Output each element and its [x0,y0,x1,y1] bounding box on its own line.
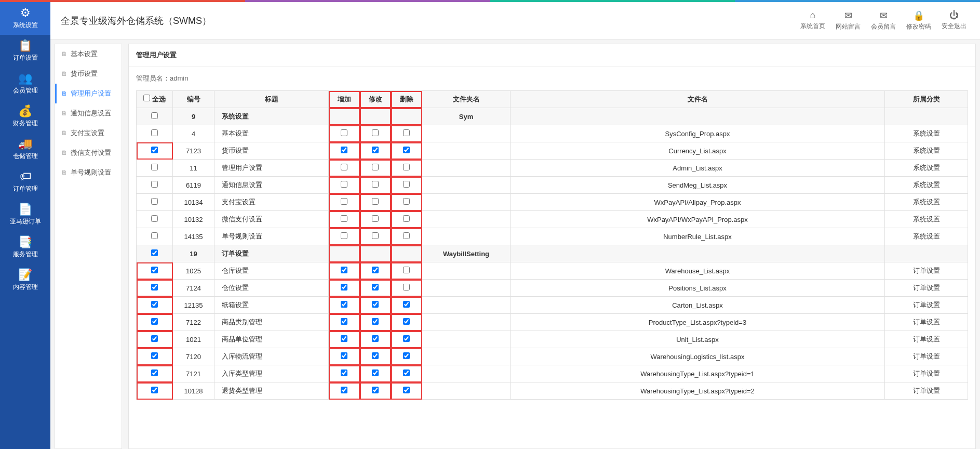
delete-checkbox[interactable] [403,387,410,393]
add-checkbox[interactable] [341,232,347,239]
row-checkbox[interactable] [151,232,158,239]
cell-add [329,297,360,314]
cell-cat: 订单设置 [885,365,968,382]
table-row: 9系统设置Sym [137,108,968,125]
edit-checkbox[interactable] [372,129,379,136]
add-checkbox[interactable] [341,335,347,342]
cell-file: WxPayAPI/WxPayAPI_Prop.aspx [511,211,885,228]
subnav-item-2[interactable]: 管理用户设置 [55,84,122,103]
add-checkbox[interactable] [341,181,347,188]
delete-checkbox[interactable] [403,232,410,239]
edit-checkbox[interactable] [372,198,379,205]
row-checkbox[interactable] [151,352,158,359]
sidebar-item-1[interactable]: 📋订单设置 [0,35,50,68]
row-checkbox[interactable] [151,335,158,342]
sidebar-label: 内容管理 [13,283,38,290]
delete-checkbox[interactable] [403,352,410,359]
add-checkbox[interactable] [341,215,347,222]
cell-file: ProductType_List.aspx?typeid=3 [511,314,885,331]
edit-checkbox[interactable] [372,181,379,188]
header-action-3[interactable]: 🔒修改密码 [903,10,934,31]
delete-checkbox[interactable] [403,215,410,222]
edit-checkbox[interactable] [372,284,379,290]
delete-checkbox[interactable] [403,198,410,205]
cell-cat: 系统设置 [885,160,968,177]
cell-id: 12135 [173,297,214,314]
cell-add [329,348,360,365]
subnav-item-6[interactable]: 单号规则设置 [55,163,122,182]
admin-info: 管理员名：admin [129,67,975,90]
sidebar-item-4[interactable]: 🚚仓储管理 [0,133,50,166]
add-checkbox[interactable] [341,267,347,273]
cell-folder [422,365,511,382]
edit-checkbox[interactable] [372,215,379,222]
edit-checkbox[interactable] [372,335,379,342]
subnav-item-3[interactable]: 通知信息设置 [55,103,122,123]
add-checkbox[interactable] [341,369,347,376]
subnav-item-4[interactable]: 支付宝设置 [55,123,122,143]
sidebar-item-2[interactable]: 👥会员管理 [0,68,50,100]
edit-checkbox[interactable] [372,352,379,359]
delete-checkbox[interactable] [403,181,410,188]
edit-checkbox[interactable] [372,267,379,273]
row-checkbox[interactable] [151,215,158,222]
delete-checkbox[interactable] [403,284,410,290]
cell-add [329,142,360,160]
delete-checkbox[interactable] [403,335,410,342]
subnav-item-0[interactable]: 基本设置 [55,44,122,64]
sidebar-item-5[interactable]: 🏷订单管理 [0,166,50,199]
add-checkbox[interactable] [341,147,347,153]
header-action-1[interactable]: ✉网站留言 [833,10,864,31]
header-action-4[interactable]: ⏻安全退出 [938,10,970,31]
sidebar-item-0[interactable]: ⚙系统设置 [0,2,50,35]
cell-select [137,331,173,348]
edit-checkbox[interactable] [372,147,379,153]
edit-checkbox[interactable] [372,369,379,376]
delete-checkbox[interactable] [403,369,410,376]
header-action-2[interactable]: ✉会员留言 [868,10,899,31]
subnav-item-5[interactable]: 微信支付设置 [55,143,122,163]
delete-checkbox[interactable] [403,318,410,325]
add-checkbox[interactable] [341,129,347,136]
cell-cat: 订单设置 [885,331,968,348]
th-delete: 删除 [391,91,422,108]
row-checkbox[interactable] [151,112,158,119]
add-checkbox[interactable] [341,318,347,325]
row-checkbox[interactable] [151,369,158,376]
header-action-0[interactable]: ⌂系统首页 [797,10,828,31]
delete-checkbox[interactable] [403,267,410,273]
delete-checkbox[interactable] [403,301,410,308]
sidebar-item-7[interactable]: 📑服务管理 [0,231,50,264]
row-checkbox[interactable] [151,181,158,188]
sidebar-item-8[interactable]: 📝内容管理 [0,264,50,297]
add-checkbox[interactable] [341,164,347,170]
sidebar-item-6[interactable]: 📄亚马逊订单 [0,199,50,231]
row-checkbox[interactable] [151,318,158,325]
edit-checkbox[interactable] [372,301,379,308]
edit-checkbox[interactable] [372,318,379,325]
delete-checkbox[interactable] [403,164,410,170]
delete-checkbox[interactable] [403,147,410,153]
row-checkbox[interactable] [151,147,158,153]
row-checkbox[interactable] [151,284,158,290]
sidebar-item-3[interactable]: 💰财务管理 [0,100,50,133]
delete-checkbox[interactable] [403,129,410,136]
subnav-item-1[interactable]: 货币设置 [55,64,122,84]
row-checkbox[interactable] [151,164,158,170]
add-checkbox[interactable] [341,284,347,290]
edit-checkbox[interactable] [372,232,379,239]
row-checkbox[interactable] [151,198,158,205]
edit-checkbox[interactable] [372,164,379,170]
cell-add [329,108,360,125]
add-checkbox[interactable] [341,301,347,308]
row-checkbox[interactable] [151,129,158,136]
add-checkbox[interactable] [341,387,347,393]
row-checkbox[interactable] [151,267,158,273]
row-checkbox[interactable] [151,387,158,393]
row-checkbox[interactable] [151,249,158,256]
row-checkbox[interactable] [151,301,158,308]
add-checkbox[interactable] [341,352,347,359]
add-checkbox[interactable] [341,198,347,205]
edit-checkbox[interactable] [372,387,379,393]
select-all-checkbox[interactable] [143,95,150,101]
